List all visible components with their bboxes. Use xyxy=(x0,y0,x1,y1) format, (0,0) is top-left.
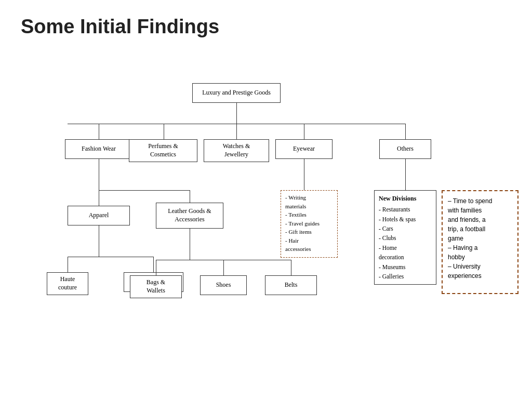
box-others: Others xyxy=(379,139,431,159)
box-side-notes: – Time to spend with families and friend… xyxy=(442,190,518,294)
box-leather: Leather Goods & Accessories xyxy=(156,203,223,229)
diagram-container: Luxury and Prestige Goods Fashion Wear P… xyxy=(16,68,514,390)
new-divisions-title: New Divisions xyxy=(379,194,432,204)
box-bags: Bags & Wallets xyxy=(130,275,182,298)
box-watches: Watches & Jewellery xyxy=(204,139,269,162)
box-apparel: Apparel xyxy=(68,206,130,225)
box-belts: Belts xyxy=(265,275,317,295)
box-eyewear: Eyewear xyxy=(275,139,332,159)
box-perfumes: Perfumes & Cosmetics xyxy=(129,139,197,162)
box-shoes: Shoes xyxy=(200,275,247,295)
page-title: Some Initial Findings xyxy=(0,0,532,43)
box-root: Luxury and Prestige Goods xyxy=(192,83,281,103)
box-new-divisions: New Divisions - Restaurants - Hotels & s… xyxy=(374,190,436,285)
box-fashion: Fashion Wear xyxy=(65,139,132,159)
box-eyewear-content: - Writing materials - Textiles - Travel … xyxy=(281,190,338,258)
box-haute: Haute couture xyxy=(47,272,88,295)
